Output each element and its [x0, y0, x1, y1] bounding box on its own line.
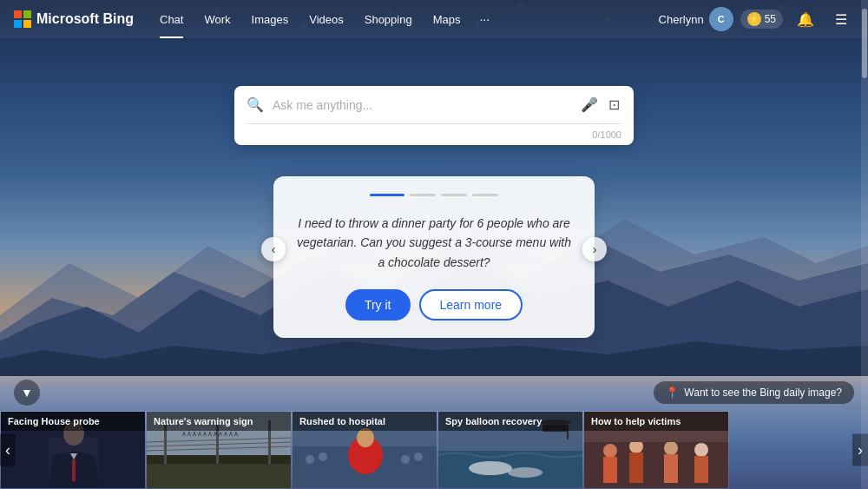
svg-rect-22	[147, 464, 292, 489]
notifications-button[interactable]: 🔔	[790, 8, 821, 31]
try-it-button[interactable]: Try it	[345, 289, 411, 320]
dot-3	[441, 194, 467, 196]
learn-more-button[interactable]: Learn more	[419, 289, 523, 320]
nav-videos[interactable]: Videos	[300, 0, 352, 38]
dot-4	[472, 194, 498, 196]
scroll-down-button[interactable]: ▼	[14, 380, 40, 406]
svg-text:∧∧∧∧∧∧∧∧∧∧∧: ∧∧∧∧∧∧∧∧∧∧∧	[181, 430, 239, 438]
scrollbar-thumb	[862, 9, 867, 78]
progress-indicators	[294, 194, 574, 196]
news-card-3-title: Rushed to hospital	[293, 412, 437, 431]
bing-daily-image-button[interactable]: 📍 Want to see the Bing daily image?	[654, 381, 854, 404]
search-actions: 🎤 ⊡	[579, 95, 621, 115]
microsoft-logo-icon	[14, 10, 31, 28]
navbar: Microsoft Bing Chat Work Images Videos S…	[0, 0, 868, 38]
news-card-1[interactable]: Facing House probe	[0, 411, 146, 489]
menu-button[interactable]: ☰	[828, 8, 854, 31]
news-prev-button[interactable]: ‹	[0, 434, 16, 466]
nav-chat[interactable]: Chat	[151, 0, 192, 38]
reward-icon: ⭐	[747, 12, 761, 26]
brand-logo[interactable]: Microsoft Bing	[14, 10, 134, 28]
main-content: 🔍 🎤 ⊡ 0/1000 ‹ I need to throw a dinner …	[0, 38, 868, 338]
news-card-4-title: Spy balloon recovery	[438, 412, 582, 431]
nav-right-section: Cherlynn C ⭐ 55 🔔 ☰	[659, 7, 854, 31]
camera-button[interactable]: ⊡	[607, 95, 621, 115]
svg-rect-46	[664, 454, 678, 483]
svg-rect-7	[23, 20, 31, 28]
reward-badge[interactable]: ⭐ 55	[740, 10, 783, 29]
svg-point-28	[306, 455, 314, 464]
dot-2	[410, 194, 436, 196]
microphone-button[interactable]: 🎤	[579, 95, 600, 115]
scrollbar[interactable]	[861, 0, 868, 489]
svg-point-30	[401, 455, 410, 464]
svg-rect-42	[603, 457, 617, 483]
news-strip-wrapper: ‹	[0, 411, 868, 489]
suggestion-card-wrapper: ‹ I need to throw a dinner party for 6 p…	[273, 161, 595, 338]
svg-point-27	[357, 428, 374, 447]
svg-point-31	[414, 453, 423, 461]
username: Cherlynn	[659, 13, 704, 26]
news-card-2[interactable]: ∧∧∧∧∧∧∧∧∧∧∧ Nature's warning sign	[146, 411, 292, 489]
dot-1	[370, 194, 404, 196]
svg-point-35	[508, 467, 542, 478]
location-icon: 📍	[666, 387, 679, 399]
news-card-1-title: Facing House probe	[1, 412, 145, 431]
bottom-controls: ▼ 📍 Want to see the Bing daily image?	[0, 374, 868, 411]
svg-point-34	[469, 461, 512, 475]
reward-score: 55	[765, 13, 776, 25]
suggestion-card: I need to throw a dinner party for 6 peo…	[273, 176, 595, 338]
user-profile[interactable]: Cherlynn C	[659, 7, 733, 31]
nav-work[interactable]: Work	[195, 0, 239, 38]
svg-rect-5	[23, 10, 31, 18]
bing-image-label: Want to see the Bing daily image?	[684, 387, 842, 399]
card-prev-button[interactable]: ‹	[261, 237, 286, 261]
svg-point-29	[319, 453, 327, 461]
svg-rect-6	[14, 20, 22, 28]
nav-images[interactable]: Images	[243, 0, 298, 38]
svg-point-41	[603, 444, 617, 458]
svg-rect-44	[629, 453, 643, 483]
news-card-4[interactable]: Spy balloon recovery	[437, 411, 583, 489]
card-next-button[interactable]: ›	[582, 237, 607, 261]
search-char-count: 0/1000	[234, 124, 634, 145]
brand-name: Microsoft Bing	[36, 11, 134, 27]
user-avatar: C	[709, 7, 733, 31]
avatar-initials: C	[718, 14, 725, 24]
svg-rect-48	[694, 456, 708, 483]
nav-maps[interactable]: Maps	[424, 0, 470, 38]
news-card-5[interactable]: How to help victims	[583, 411, 729, 489]
search-container: 🔍 🎤 ⊡ 0/1000	[234, 86, 634, 145]
search-icon: 🔍	[247, 96, 264, 113]
suggestion-actions: Try it Learn more	[294, 289, 574, 320]
svg-point-47	[694, 443, 708, 457]
nav-more-button[interactable]: ···	[472, 12, 496, 26]
search-input[interactable]	[273, 98, 570, 112]
news-card-2-title: Nature's warning sign	[147, 412, 291, 431]
news-card-5-title: How to help victims	[584, 412, 728, 431]
nav-shopping[interactable]: Shopping	[356, 0, 421, 38]
news-card-3[interactable]: Rushed to hospital	[292, 411, 437, 489]
suggestion-text: I need to throw a dinner party for 6 peo…	[294, 214, 574, 272]
news-strip: Facing House probe	[0, 411, 729, 489]
svg-rect-4	[14, 10, 22, 18]
svg-point-45	[664, 441, 678, 455]
search-bar: 🔍 🎤 ⊡	[234, 86, 634, 123]
bottom-bar: ▼ 📍 Want to see the Bing daily image? ‹	[0, 374, 868, 489]
